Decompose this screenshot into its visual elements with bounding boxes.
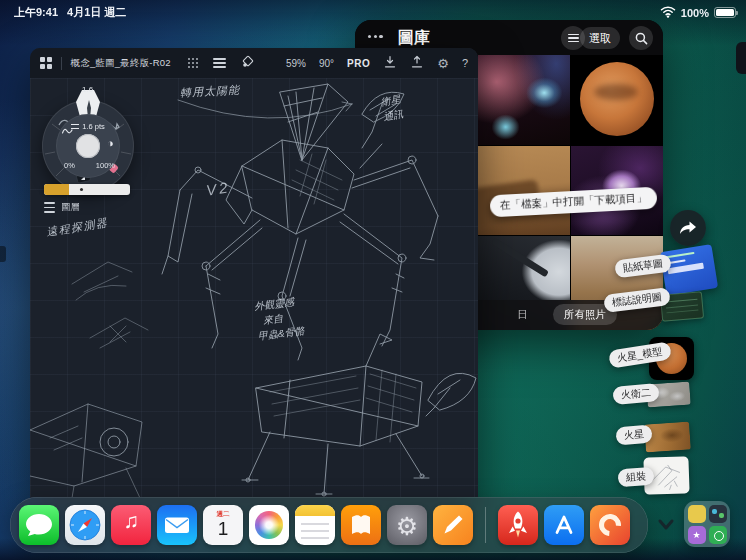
layers-panel-icon[interactable] [213,58,226,68]
select-button[interactable]: 選取 [580,27,620,49]
selection-lasso-icon[interactable] [241,54,255,72]
layers-icon [44,202,55,212]
status-time: 上午9:41 [14,5,58,20]
opacity-max-label: 100% [96,161,115,170]
swirl-icon [595,510,626,541]
brush-size-label: 1.6 pts [82,122,105,131]
search-button[interactable] [629,26,653,50]
wifi-icon [660,5,676,20]
tool-wheel[interactable]: 1.6 1.6 pts ◑ 0% 100% [42,100,134,192]
tool-wheel-knob[interactable] [76,134,100,158]
brush-size-value: 1.6 [82,85,93,94]
app-library[interactable]: ★ [684,501,730,547]
dock: ♫ 週二 1 ⚙ [10,497,648,553]
gallery-icon[interactable] [40,57,52,69]
drag-label-assembly: 組裝 [617,467,654,487]
app-books[interactable] [341,505,381,545]
app-library-mini-green [709,526,727,544]
gear-icon: ⚙ [387,507,427,545]
color-bar[interactable] [44,184,130,195]
battery-icon [714,7,736,18]
status-bar: 上午9:41 4月1日 週二 100% [0,0,746,24]
app-store-a-icon [544,505,584,545]
layers-label: 圖層 [61,201,80,214]
app-messages[interactable] [19,505,59,545]
photo-mars-landscape[interactable] [478,146,570,235]
rotation-value[interactable]: 90° [319,58,334,69]
grid-options-icon[interactable] [188,58,199,69]
concepts-app-window: 轉用太陽能 衛星 通訊 V2 遠程探測器 外觀靈感 來自 甲蟲&骨骼 概念_藍圖… [30,48,478,512]
toolbar-divider [61,57,62,70]
mail-envelope-icon [157,505,197,545]
settings-gear-icon[interactable]: ⚙ [437,56,449,71]
app-concepts[interactable] [433,505,473,545]
document-title[interactable]: 概念_藍圖_最終版-R02 [71,57,171,70]
pen-icon [433,505,473,545]
left-edge-tab[interactable] [0,246,6,262]
zoom-level[interactable]: 59% [286,58,306,69]
calendar-day: 1 [203,519,243,538]
open-book-icon [341,505,381,545]
app-notes[interactable] [295,505,335,545]
safari-compass-icon [65,505,105,545]
color-swatch-gold[interactable] [44,184,69,195]
app-library-mini-purple: ★ [688,526,706,544]
app-app-store[interactable] [544,505,584,545]
app-mail[interactable] [157,505,197,545]
music-note-icon: ♫ [111,509,151,533]
pro-badge[interactable]: PRO [347,58,370,69]
opacity-icon[interactable]: ◑ [107,137,114,149]
dock-divider [485,507,486,543]
app-calendar[interactable]: 週二 1 [203,505,243,545]
ipad-screen: 上午9:41 4月1日 週二 100% 圖庫 選取 [0,0,746,560]
app-rocket[interactable] [498,505,538,545]
photo-mars-globe[interactable] [571,55,663,145]
photos-title: 圖庫 [398,28,430,49]
concepts-toolbar: 概念_藍圖_最終版-R02 59% 90° PRO ⚙ ? [30,48,478,78]
photos-flower-icon [255,511,283,539]
app-library-mini-yellow [688,505,706,523]
rocket-icon [498,505,538,545]
export-icon [410,55,424,69]
color-picker-dot [80,188,83,191]
app-safari[interactable] [65,505,105,545]
notes-header-strip [295,505,335,516]
app-library-mini-dark [709,505,727,523]
app-color-swirl[interactable] [590,505,630,545]
dock-collapse-button[interactable] [650,508,682,540]
drag-item-sticker-image[interactable] [660,244,718,296]
status-date: 4月1日 週二 [67,5,126,20]
opacity-min-label: 0% [64,161,75,170]
photo-nebula-orion[interactable] [478,55,570,145]
tab-day[interactable]: 日 [517,308,528,322]
import-icon [383,55,397,69]
forward-arrow-icon [679,220,697,236]
app-settings[interactable]: ⚙ [387,505,427,545]
export-button[interactable] [410,55,424,71]
import-button[interactable] [383,55,397,71]
more-options-button[interactable] [368,35,383,38]
layers-button[interactable]: 圖層 [38,201,80,214]
chevron-down-icon [653,511,679,537]
app-music[interactable]: ♫ [111,505,151,545]
messages-bubble-icon [19,505,59,545]
help-button[interactable]: ? [462,57,468,69]
battery-percent: 100% [681,7,709,19]
app-photos[interactable] [249,505,289,545]
search-icon [635,32,648,45]
share-forward-button[interactable] [670,210,706,246]
slideover-edge-tab[interactable] [736,42,746,74]
